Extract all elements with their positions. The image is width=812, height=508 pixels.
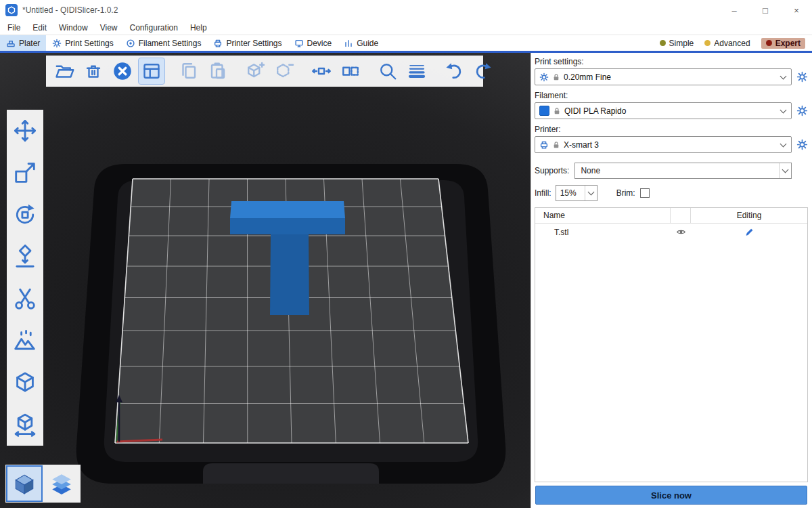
- tab-printer-settings[interactable]: Printer Settings: [207, 35, 288, 51]
- redo-button[interactable]: [470, 58, 496, 84]
- tab-filament-settings[interactable]: Filament Settings: [120, 35, 208, 51]
- variable-layer-height-icon: [407, 61, 427, 81]
- add-instance-icon: [245, 61, 265, 81]
- editor-3d-view-button[interactable]: [7, 467, 41, 501]
- app-icon: [5, 4, 18, 16]
- gizmo-toolbar: [7, 110, 43, 446]
- object-row[interactable]: T.stl: [535, 224, 807, 240]
- supports-select[interactable]: None: [574, 163, 792, 179]
- place-on-face-button[interactable]: [11, 242, 39, 271]
- filament-label: Filament:: [535, 91, 808, 100]
- variable-layer-height-button[interactable]: [404, 58, 430, 84]
- visibility-toggle[interactable]: [671, 227, 691, 237]
- seam-button[interactable]: [11, 368, 39, 397]
- delete-all-icon: [112, 61, 133, 81]
- lock-icon: [553, 107, 561, 115]
- delete-all-button[interactable]: [110, 58, 135, 84]
- bed-3d-scene: [0, 53, 531, 508]
- arrange-icon: [141, 61, 162, 81]
- paste-button[interactable]: [205, 58, 231, 84]
- paint-supports-button[interactable]: [11, 326, 39, 355]
- arrange-button[interactable]: [139, 58, 164, 84]
- scale-icon: [12, 160, 38, 186]
- scale-button[interactable]: [11, 158, 39, 187]
- print-profile-value: 0.20mm Fine: [564, 72, 775, 82]
- menu-help[interactable]: Help: [184, 20, 213, 35]
- infill-value: 15%: [560, 188, 585, 198]
- remove-instance-icon: [274, 61, 294, 81]
- split-to-objects-icon: [311, 61, 332, 81]
- print-settings-icon: [52, 39, 62, 48]
- paint-supports-icon: [12, 328, 38, 354]
- place-on-face-icon: [12, 244, 38, 270]
- menu-configuration[interactable]: Configuration: [124, 20, 184, 35]
- slice-now-button[interactable]: Slice now: [535, 486, 807, 505]
- split-to-parts-button[interactable]: [338, 58, 363, 84]
- tab-print-settings[interactable]: Print Settings: [46, 35, 119, 51]
- simple-mode-dot: [660, 40, 666, 46]
- printer-profile-select[interactable]: X-smart 3: [535, 136, 792, 153]
- tab-plater[interactable]: Plater: [0, 35, 46, 51]
- paste-icon: [208, 61, 228, 81]
- layers-preview-icon: [50, 472, 73, 495]
- menu-window[interactable]: Window: [53, 20, 94, 35]
- chevron-down-icon: [780, 140, 787, 147]
- move-button[interactable]: [11, 117, 39, 145]
- split-to-objects-button[interactable]: [309, 58, 334, 84]
- dropdown-arrow-zone: [779, 163, 791, 178]
- trash-icon: [83, 61, 104, 81]
- expert-mode-dot: [766, 40, 772, 46]
- mode-selector: Simple Advanced Expert: [660, 35, 812, 51]
- model-t-stem: [270, 234, 309, 315]
- open-folder-icon: [54, 61, 74, 81]
- tabbar: Plater Print Settings Filament Settings …: [0, 35, 812, 53]
- undo-button[interactable]: [441, 58, 467, 84]
- viewport-3d[interactable]: [0, 53, 531, 508]
- mode-simple[interactable]: Simple: [660, 39, 694, 48]
- tab-device[interactable]: Device: [288, 35, 338, 51]
- preview-layers-view-button[interactable]: [45, 467, 78, 501]
- edit-object-button[interactable]: [691, 227, 807, 237]
- view-switch: [5, 465, 81, 503]
- printer-settings-gear-button[interactable]: [796, 139, 808, 151]
- plater-toolbar: [46, 56, 483, 87]
- infill-select[interactable]: 15%: [556, 185, 597, 201]
- menu-view[interactable]: View: [94, 20, 124, 35]
- mode-advanced[interactable]: Advanced: [704, 39, 750, 48]
- supports-label: Supports:: [535, 166, 569, 175]
- brim-checkbox[interactable]: [640, 188, 650, 198]
- model-t-bar-front: [230, 218, 345, 234]
- seam-icon: [12, 370, 38, 396]
- minimize-button[interactable]: –: [719, 0, 750, 20]
- delete-button[interactable]: [81, 58, 106, 84]
- maximize-button[interactable]: □: [750, 0, 781, 20]
- tab-guide[interactable]: Guide: [338, 35, 384, 51]
- print-profile-select[interactable]: 0.20mm Fine: [535, 68, 792, 85]
- gear-icon: [796, 139, 808, 150]
- print-settings-gear-button[interactable]: [796, 71, 808, 83]
- menu-edit[interactable]: Edit: [26, 20, 53, 35]
- advanced-mode-dot: [704, 40, 710, 46]
- close-button[interactable]: ×: [781, 0, 812, 20]
- filament-color-swatch: [539, 106, 549, 116]
- copy-button[interactable]: [176, 58, 202, 84]
- add-instance-button[interactable]: [242, 58, 268, 84]
- rotate-icon: [12, 202, 38, 228]
- cube-3d-view-icon: [13, 472, 36, 495]
- lock-icon: [552, 73, 560, 81]
- mode-expert[interactable]: Expert: [761, 38, 805, 49]
- cut-button[interactable]: [11, 284, 39, 313]
- search-button[interactable]: [375, 58, 401, 84]
- filament-settings-gear-button[interactable]: [796, 105, 808, 117]
- open-button[interactable]: [51, 58, 77, 84]
- menubar: File Edit Window View Configuration Help: [0, 20, 812, 35]
- measure-icon: [12, 412, 38, 438]
- remove-instance-button[interactable]: [271, 58, 297, 84]
- rotate-button[interactable]: [11, 200, 39, 229]
- sidebar: Print settings: 0.20mm Fine: [531, 53, 812, 508]
- menu-file[interactable]: File: [1, 20, 26, 35]
- measure-button[interactable]: [11, 410, 39, 439]
- filament-profile-select[interactable]: QIDI PLA Rapido: [535, 102, 792, 119]
- gear-icon: [796, 105, 808, 117]
- device-icon: [294, 39, 304, 48]
